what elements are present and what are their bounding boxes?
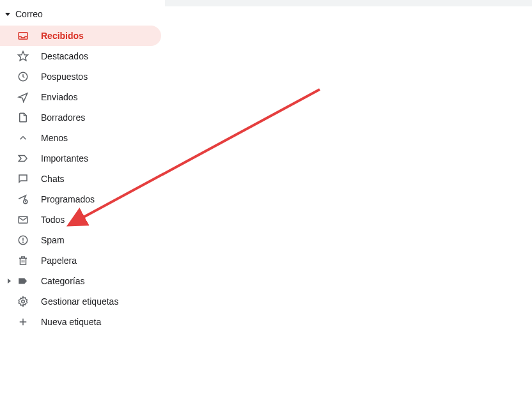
sidebar-item-label: Spam [41, 235, 65, 245]
sidebar-item-chats[interactable]: Chats [0, 169, 161, 189]
sidebar-item-label: Categorías [41, 276, 84, 286]
spam-icon [17, 234, 29, 247]
sidebar-item-label: Menos [41, 133, 68, 143]
clock-icon [17, 70, 29, 83]
sidebar-item-less[interactable]: Menos [0, 128, 161, 148]
sidebar-item-label: Pospuestos [41, 72, 88, 82]
sidebar-item-snoozed[interactable]: Pospuestos [0, 66, 161, 87]
sidebar-item-sent[interactable]: Enviados [0, 87, 161, 107]
chat-icon [17, 172, 29, 185]
triangle-down-icon [5, 13, 10, 16]
document-icon [17, 111, 29, 124]
trash-icon [17, 254, 29, 267]
sidebar-item-starred[interactable]: Destacados [0, 46, 161, 66]
sidebar-item-label: Nueva etiqueta [41, 317, 101, 327]
scheduled-icon [17, 193, 29, 206]
nav-list: Recibidos Destacados Pospuestos Enviados [0, 26, 161, 332]
inbox-icon [17, 29, 29, 42]
triangle-right-icon [8, 278, 11, 284]
mail-icon [17, 213, 29, 226]
plus-icon [17, 316, 29, 328]
svg-marker-1 [19, 52, 28, 61]
chevron-up-icon [17, 132, 29, 144]
sidebar-item-label: Todos [41, 215, 65, 225]
sidebar-item-drafts[interactable]: Borradores [0, 107, 161, 128]
sidebar-item-important[interactable]: Importantes [0, 148, 161, 169]
sidebar-item-label: Enviados [41, 92, 78, 102]
sidebar-item-spam[interactable]: Spam [0, 230, 161, 250]
sidebar-item-label: Gestionar etiquetas [41, 296, 118, 307]
sidebar-item-label: Programados [41, 194, 95, 204]
sidebar-item-new-label[interactable]: Nueva etiqueta [0, 312, 161, 332]
important-icon [17, 152, 29, 165]
sidebar-item-all-mail[interactable]: Todos [0, 210, 161, 230]
sidebar-item-scheduled[interactable]: Programados [0, 189, 161, 210]
section-header-mail[interactable]: Correo [0, 6, 161, 26]
mail-sidebar: Correo Recibidos Destacados Pospuestos [0, 0, 161, 332]
sidebar-item-label: Papelera [41, 255, 77, 266]
section-title: Correo [15, 9, 43, 19]
star-icon [17, 50, 29, 63]
sidebar-item-label: Chats [41, 174, 65, 184]
sidebar-item-label: Importantes [41, 153, 88, 164]
sidebar-item-label: Recibidos [41, 31, 84, 41]
svg-point-7 [22, 300, 25, 303]
gear-icon [17, 295, 29, 308]
sidebar-item-label: Destacados [41, 51, 88, 61]
send-icon [17, 91, 29, 103]
sidebar-item-label: Borradores [41, 112, 85, 123]
svg-point-6 [23, 242, 24, 243]
label-icon [17, 275, 29, 287]
sidebar-item-trash[interactable]: Papelera [0, 250, 161, 271]
sidebar-item-categories[interactable]: Categorías [0, 271, 161, 291]
content-area-top [165, 0, 532, 6]
sidebar-item-manage-labels[interactable]: Gestionar etiquetas [0, 291, 161, 312]
sidebar-item-inbox[interactable]: Recibidos [0, 26, 161, 46]
